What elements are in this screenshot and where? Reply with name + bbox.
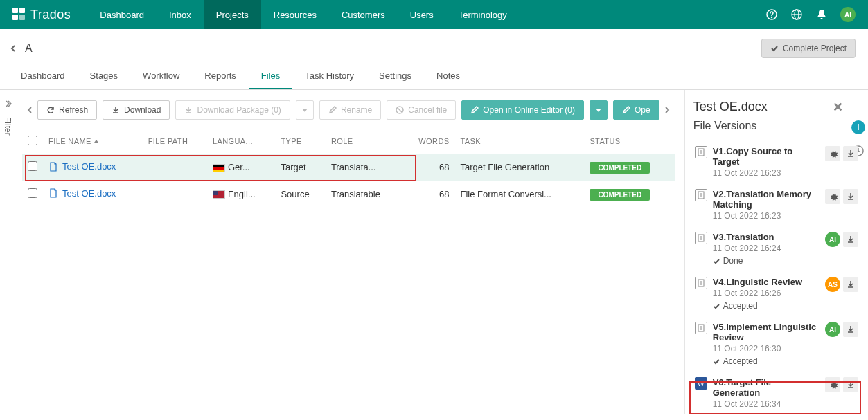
- version-date: 11 Oct 2022 16:24: [713, 244, 820, 253]
- nav-users[interactable]: Users: [398, 0, 446, 29]
- download-icon[interactable]: [843, 322, 858, 337]
- table-row[interactable]: Test OE.docxEngli...SourceTranslatable68…: [22, 181, 675, 207]
- document-icon: [695, 146, 707, 158]
- version-item[interactable]: V5.Implement Linguistic Review11 Oct 202…: [693, 318, 860, 373]
- tab-workflow[interactable]: Workflow: [130, 64, 192, 89]
- rename-button[interactable]: Rename: [319, 100, 381, 120]
- row-checkbox[interactable]: [28, 188, 37, 198]
- version-status: Accepted: [713, 301, 820, 311]
- version-date: 11 Oct 2022 16:23: [713, 211, 820, 221]
- bell-icon[interactable]: [815, 8, 828, 21]
- close-icon[interactable]: ✕: [833, 100, 843, 115]
- version-date: 11 Oct 2022 16:26: [713, 289, 820, 298]
- version-date: 11 Oct 2022 16:30: [713, 344, 820, 354]
- version-date: 11 Oct 2022 16:23: [713, 168, 820, 178]
- file-link[interactable]: Test OE.docx: [48, 161, 116, 172]
- open-online-editor-dropdown[interactable]: [590, 100, 608, 120]
- globe-icon[interactable]: [790, 8, 803, 21]
- tab-notes[interactable]: Notes: [424, 64, 472, 89]
- tab-stages[interactable]: Stages: [78, 64, 130, 89]
- version-item[interactable]: V4.Linguistic Review11 Oct 2022 16:26Acc…: [693, 273, 860, 318]
- toolbar-scroll-left-icon[interactable]: [22, 100, 37, 120]
- svg-rect-0: [12, 8, 18, 13]
- flag-icon: [213, 164, 225, 172]
- version-item[interactable]: WV6.Target File Generation11 Oct 2022 16…: [693, 373, 860, 416]
- download-package-button[interactable]: Download Package (0): [175, 100, 290, 120]
- col-type[interactable]: TYPE: [275, 129, 325, 154]
- flag-icon: [213, 190, 225, 199]
- col-task[interactable]: TASK: [454, 129, 584, 154]
- svg-rect-2: [12, 15, 18, 20]
- user-avatar-ai[interactable]: AI: [825, 322, 840, 337]
- toolbar-scroll-right-icon[interactable]: [659, 100, 675, 120]
- version-status: Done: [713, 256, 820, 266]
- svg-rect-1: [19, 8, 25, 13]
- file-link[interactable]: Test OE.docx: [48, 188, 116, 199]
- col-status[interactable]: STATUS: [584, 129, 674, 154]
- version-title: V4.Linguistic Review: [713, 277, 820, 287]
- document-icon: [695, 277, 707, 289]
- download-icon[interactable]: [843, 277, 858, 292]
- tab-dashboard[interactable]: Dashboard: [8, 64, 78, 89]
- download-icon[interactable]: [843, 189, 858, 204]
- col-words[interactable]: WORDS: [402, 129, 454, 154]
- gear-icon[interactable]: [825, 146, 840, 161]
- nav-items: DashboardInboxProjectsResourcesCustomers…: [87, 0, 519, 29]
- open-truncated-button[interactable]: Ope: [613, 100, 659, 120]
- main-area: Filter Refresh Download Download Package…: [0, 90, 868, 414]
- nav-dashboard[interactable]: Dashboard: [87, 0, 157, 29]
- filter-label[interactable]: Filter: [3, 117, 12, 136]
- brand-text: Trados: [30, 8, 71, 22]
- refresh-button[interactable]: Refresh: [37, 100, 97, 120]
- row-checkbox[interactable]: [28, 161, 37, 171]
- col-filepath[interactable]: FILE PATH: [143, 129, 207, 154]
- center-panel: Refresh Download Download Package (0) Re…: [15, 90, 684, 414]
- version-item[interactable]: V1.Copy Source to Target11 Oct 2022 16:2…: [693, 142, 860, 185]
- nav-right: AI: [765, 7, 856, 22]
- nav-resources[interactable]: Resources: [261, 0, 329, 29]
- user-avatar-ai[interactable]: AI: [825, 232, 840, 247]
- download-button[interactable]: Download: [103, 100, 170, 120]
- versions-list: V1.Copy Source to Target11 Oct 2022 16:2…: [693, 142, 860, 416]
- user-avatar[interactable]: AI: [840, 7, 856, 22]
- status-badge: COMPLETED: [590, 189, 650, 201]
- user-avatar-as[interactable]: AS: [825, 277, 840, 292]
- info-icon[interactable]: i: [851, 120, 865, 134]
- nav-inbox[interactable]: Inbox: [157, 0, 204, 29]
- download-package-dropdown[interactable]: [296, 100, 314, 120]
- gear-icon[interactable]: [825, 377, 840, 392]
- back-icon[interactable]: [7, 42, 19, 55]
- nav-projects[interactable]: Projects: [204, 0, 261, 29]
- filter-expand-icon[interactable]: [3, 100, 12, 110]
- version-date: 11 Oct 2022 16:34: [713, 399, 820, 409]
- tab-files[interactable]: Files: [249, 64, 292, 89]
- version-title: V6.Target File Generation: [713, 377, 820, 398]
- help-icon[interactable]: [765, 8, 778, 21]
- filter-rail: Filter: [0, 90, 15, 414]
- download-icon[interactable]: [843, 377, 858, 392]
- col-language[interactable]: LANGUA...: [207, 129, 276, 154]
- nav-customers[interactable]: Customers: [329, 0, 398, 29]
- gear-icon[interactable]: [825, 189, 840, 204]
- files-table: FILE NAME FILE PATH LANGUA... TYPE ROLE …: [22, 129, 675, 207]
- nav-terminology[interactable]: Terminology: [446, 0, 520, 29]
- table-row[interactable]: Test OE.docxGer...TargetTranslata...68Ta…: [22, 154, 675, 181]
- select-all-checkbox[interactable]: [28, 136, 37, 145]
- col-filename[interactable]: FILE NAME: [43, 129, 143, 154]
- document-icon: [695, 189, 707, 201]
- version-item[interactable]: V3.Translation11 Oct 2022 16:24DoneAI: [693, 228, 860, 273]
- col-role[interactable]: ROLE: [326, 129, 402, 154]
- tab-settings[interactable]: Settings: [366, 64, 424, 89]
- download-icon[interactable]: [843, 146, 858, 161]
- svg-rect-3: [19, 15, 25, 20]
- cancel-file-button[interactable]: Cancel file: [387, 100, 456, 120]
- tab-task-history[interactable]: Task History: [292, 64, 366, 89]
- version-item[interactable]: V2.Translation Memory Matching11 Oct 202…: [693, 185, 860, 228]
- project-tabs: DashboardStagesWorkflowReportsFilesTask …: [0, 64, 868, 90]
- file-versions-panel: Test OE.docx ✕ i File Versions V1.Copy S…: [684, 90, 868, 414]
- tab-reports[interactable]: Reports: [192, 64, 249, 89]
- word-icon: W: [695, 377, 707, 390]
- complete-project-button[interactable]: Complete Project: [761, 39, 856, 58]
- open-online-editor-button[interactable]: Open in Online Editor (0): [461, 100, 584, 120]
- download-icon[interactable]: [843, 232, 858, 247]
